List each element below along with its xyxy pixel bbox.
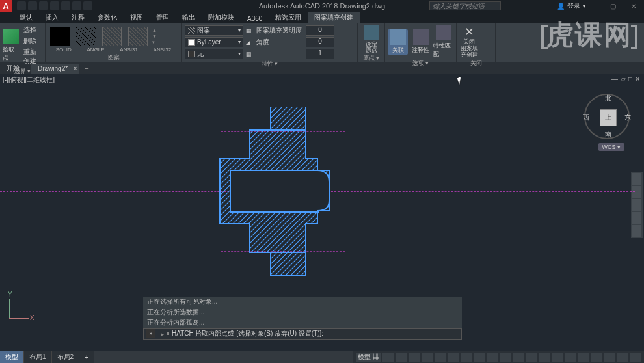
pattern-ansi31[interactable] xyxy=(100,25,124,48)
pick-points-button[interactable]: 拾取点 xyxy=(3,29,20,62)
tab-annotate[interactable]: 注释 xyxy=(65,12,91,23)
angle-input[interactable]: 0 xyxy=(306,37,334,47)
select-button[interactable]: 选择 xyxy=(22,25,42,35)
close-button[interactable]: ✕ xyxy=(623,0,644,12)
vp-min-icon[interactable]: — xyxy=(611,75,618,83)
nav-showmotion-icon[interactable] xyxy=(632,225,641,237)
vp-restore-icon[interactable]: ▱ xyxy=(621,75,626,83)
vp-close-icon[interactable]: ✕ xyxy=(635,75,640,83)
tab-default[interactable]: 默认 xyxy=(13,12,39,23)
minimize-button[interactable]: — xyxy=(582,0,602,12)
status-cleanscreen-icon[interactable] xyxy=(617,353,628,362)
panel-origin: 设定 原点 原点 ▾ xyxy=(358,23,385,62)
status-lineweight-icon[interactable] xyxy=(474,353,485,362)
tab-output[interactable]: 输出 xyxy=(176,12,202,23)
status-units-icon[interactable] xyxy=(552,353,563,362)
vp-max-icon[interactable]: □ xyxy=(628,75,632,83)
app-logo[interactable]: A xyxy=(0,0,12,12)
status-model-button[interactable]: 模型 ▦ xyxy=(356,353,381,362)
status-hardware-icon[interactable] xyxy=(604,353,615,362)
status-grid-icon[interactable] xyxy=(382,353,394,362)
tab-a360[interactable]: A360 xyxy=(241,14,269,23)
doctab-start[interactable]: 开始 xyxy=(0,62,31,74)
status-isolate-icon[interactable] xyxy=(591,353,602,362)
status-osnap-icon[interactable] xyxy=(435,353,446,362)
doctab-drawing2[interactable]: Drawing2*× xyxy=(31,64,79,74)
doctab-close-icon[interactable]: × xyxy=(74,65,77,72)
nav-pan-icon[interactable] xyxy=(632,186,641,198)
viewcube-west[interactable]: 西 xyxy=(583,113,589,122)
qat-redo-icon[interactable] xyxy=(83,1,92,10)
layout-tab-model[interactable]: 模型 xyxy=(0,351,24,363)
command-close-icon[interactable]: × xyxy=(146,329,155,338)
remove-button[interactable]: 删除 xyxy=(22,36,42,46)
scroll-up-icon[interactable]: ▲ xyxy=(152,28,157,33)
viewcube-ring[interactable]: 上 北 南 东 西 xyxy=(584,94,630,139)
qat-save-icon[interactable] xyxy=(39,1,48,10)
wcs-dropdown[interactable]: WCS ▾ xyxy=(598,143,625,151)
qat-new-icon[interactable] xyxy=(17,1,26,10)
status-quickprops-icon[interactable] xyxy=(565,353,576,362)
title-bar: A Autodesk AutoCAD 2018 Drawing2.dwg 键入关… xyxy=(0,0,644,12)
viewport[interactable]: [-][俯视][二维线框] — ▱ □ ✕ 上 北 南 东 西 WCS ▾ xyxy=(0,74,644,351)
layout-tab-add[interactable]: + xyxy=(79,353,94,362)
associative-button[interactable]: 关联 xyxy=(388,29,408,55)
nav-zoom-icon[interactable] xyxy=(632,199,641,211)
scale-input[interactable]: 1 xyxy=(306,49,334,59)
tab-hatch-creation[interactable]: 图案填充创建 xyxy=(308,12,360,23)
command-line[interactable]: × ▸ HATCH 拾取内部点或 [选择对象(S) 放弃(U) 设置(T)]: xyxy=(143,328,462,340)
viewcube-north[interactable]: 北 xyxy=(605,94,611,103)
status-annomon-icon[interactable] xyxy=(539,353,550,362)
qat-undo-icon[interactable] xyxy=(72,1,81,10)
nav-wheel-icon[interactable] xyxy=(632,173,641,185)
scroll-down-icon[interactable]: ▼ xyxy=(152,34,157,38)
status-transparency-icon[interactable] xyxy=(487,353,498,362)
status-annoscale-icon[interactable] xyxy=(513,353,524,362)
maximize-button[interactable]: ▢ xyxy=(602,0,623,12)
qat-saveas-icon[interactable] xyxy=(50,1,59,10)
tab-manage[interactable]: 管理 xyxy=(150,12,176,23)
viewcube[interactable]: 上 北 南 东 西 xyxy=(584,94,630,139)
status-customize-icon[interactable] xyxy=(630,353,641,362)
status-bar: 模型 ▦ xyxy=(353,351,644,363)
hatch-bg-dropdown[interactable]: 无 xyxy=(185,49,243,59)
hatch-color-dropdown[interactable]: ByLayer xyxy=(185,37,243,47)
viewport-label[interactable]: [-][俯视][二维线框] xyxy=(3,75,55,85)
nav-orbit-icon[interactable] xyxy=(632,212,641,224)
status-lock-icon[interactable] xyxy=(578,353,589,362)
match-props-button[interactable]: 特性匹配 xyxy=(433,25,453,59)
set-origin-button[interactable]: 设定 原点 xyxy=(360,25,382,53)
doctab-new-button[interactable]: + xyxy=(79,64,94,72)
status-3dosnap-icon[interactable] xyxy=(448,353,459,362)
tab-addins[interactable]: 附加模块 xyxy=(202,12,241,23)
pattern-solid[interactable] xyxy=(48,25,72,48)
command-grip-icon[interactable] xyxy=(167,332,169,335)
viewcube-top-face[interactable]: 上 xyxy=(600,109,617,126)
help-search-input[interactable]: 键入关键字或短语 xyxy=(429,1,501,10)
transparency-icon: ▦ xyxy=(246,27,254,34)
layout-tab-2[interactable]: 布局2 xyxy=(52,351,80,363)
panel-boundaries: 拾取点 选择 删除 重新创建 边界 ▾ xyxy=(0,23,46,62)
annotative-button[interactable]: 注释性 xyxy=(410,29,431,55)
expand-icon[interactable]: ▾ xyxy=(152,40,157,45)
tab-featured[interactable]: 精选应用 xyxy=(269,12,308,23)
status-ortho-icon[interactable] xyxy=(409,353,420,362)
close-hatch-button[interactable]: ✕关闭图案填充创建 xyxy=(459,25,479,59)
viewcube-south[interactable]: 南 xyxy=(605,130,611,139)
transparency-input[interactable]: 0 xyxy=(306,25,334,36)
pattern-ansi32[interactable] xyxy=(126,25,150,48)
tab-insert[interactable]: 插入 xyxy=(39,12,65,23)
status-snap-icon[interactable] xyxy=(396,353,407,362)
status-cycling-icon[interactable] xyxy=(500,353,511,362)
qat-plot-icon[interactable] xyxy=(61,1,70,10)
pattern-angle[interactable] xyxy=(74,25,98,48)
qat-open-icon[interactable] xyxy=(28,1,37,10)
tab-view[interactable]: 视图 xyxy=(124,12,150,23)
status-otrack-icon[interactable] xyxy=(461,353,472,362)
status-workspace-icon[interactable] xyxy=(526,353,537,362)
layout-tab-1[interactable]: 布局1 xyxy=(24,351,52,363)
hatch-type-dropdown[interactable]: 图案 xyxy=(185,25,243,36)
viewcube-east[interactable]: 东 xyxy=(624,113,631,122)
tab-parametric[interactable]: 参数化 xyxy=(91,12,124,23)
status-polar-icon[interactable] xyxy=(422,353,433,362)
